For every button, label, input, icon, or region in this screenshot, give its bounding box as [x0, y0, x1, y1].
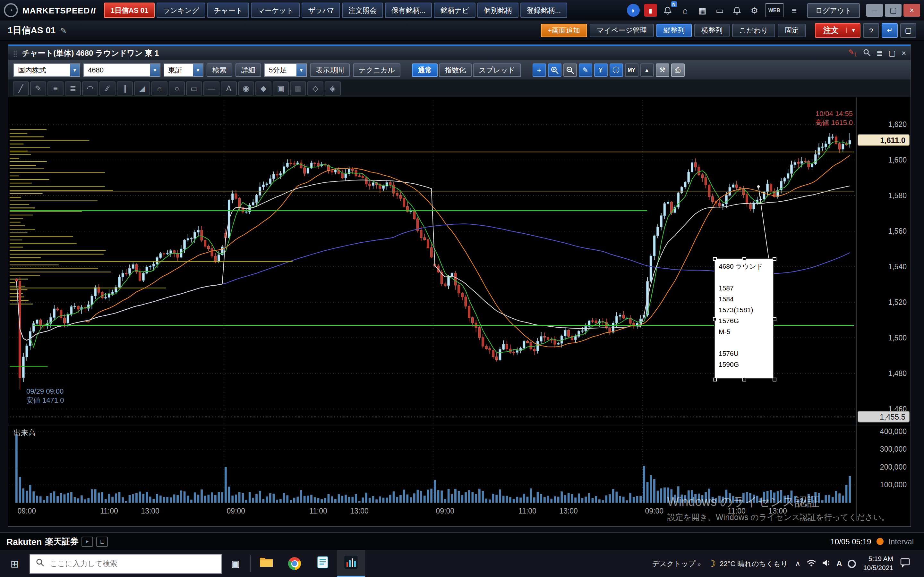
web-icon[interactable]: WEB [765, 3, 783, 17]
window-layout-icon[interactable]: ▢ [900, 23, 916, 38]
selection-handle[interactable] [713, 318, 717, 321]
parallel-lines-tool-icon[interactable]: ∕∕ [99, 81, 115, 95]
taskbar-clock[interactable]: 5:19 AM 10/5/2021 [863, 555, 893, 572]
window-restore-button[interactable]: ▢ [885, 4, 901, 17]
selection-handle[interactable] [742, 257, 746, 261]
return-icon[interactable]: ↵ [882, 23, 898, 38]
top-tab[interactable]: マーケット [251, 3, 300, 18]
subheader-button[interactable]: +画面追加 [541, 24, 587, 37]
vertical-lines-tool-icon[interactable]: ∥ [117, 81, 133, 95]
erase-all-tool-icon[interactable]: ◈ [325, 81, 341, 95]
eraser-tool-icon[interactable]: ◇ [307, 81, 323, 95]
search-input[interactable] [49, 559, 216, 568]
link-indicator-icon[interactable]: ✎1 [848, 48, 857, 58]
hlines-tool-icon[interactable]: ≡ [47, 81, 63, 95]
subheader-button[interactable]: 固定 [778, 24, 806, 37]
curve-tool-icon[interactable]: ◠ [82, 81, 98, 95]
info-icon[interactable]: ⓘ [609, 63, 623, 77]
alert-bell-icon[interactable]: N [661, 4, 674, 17]
desktop-toolbar-label[interactable]: デスクトップ» [652, 559, 701, 568]
chart-menu-icon[interactable]: ≣ [876, 49, 883, 58]
top-tab[interactable]: ザラバ7 [302, 3, 340, 18]
taskbar-search-box[interactable] [29, 554, 222, 574]
stock-code-input[interactable]: 4680▼ [83, 63, 160, 77]
detail-button[interactable]: 詳細 [236, 63, 261, 77]
subheader-button[interactable]: 縦整列 [656, 24, 692, 37]
interval-select[interactable]: 5分足▼ [264, 63, 307, 77]
settings-gear-icon[interactable]: ⚙ [748, 4, 761, 17]
yen-icon[interactable]: ¥ [594, 63, 607, 77]
subheader-button[interactable]: こだわり [732, 24, 775, 37]
window-minimize-button[interactable]: – [866, 4, 883, 17]
order-button[interactable]: 注文▼ [815, 23, 861, 38]
selection-handle[interactable] [772, 378, 776, 382]
chart-annotation-tooltip[interactable]: 4680 ラウンド 158715841573(1581)1576GM-5 157… [714, 258, 774, 379]
layers-tool-icon[interactable]: ▦ [290, 81, 306, 95]
marker-tool-icon[interactable]: ✎ [30, 81, 46, 95]
chart-maximize-icon[interactable]: ▢ [888, 49, 896, 58]
hamburger-menu-icon[interactable]: ≡ [788, 4, 800, 17]
ime-mode-icon[interactable]: A [837, 559, 842, 568]
ime-status-icon[interactable] [848, 559, 856, 568]
selection-handle[interactable] [713, 378, 717, 382]
status-expand-icon[interactable]: ▸ [81, 536, 93, 546]
mini-chart-icon[interactable]: ▲ [640, 63, 654, 77]
weather-widget[interactable]: ☽22°C 晴れのちくもり [708, 558, 788, 569]
rect-tool-icon[interactable]: ▭ [186, 81, 202, 95]
hline-tool-icon[interactable]: — [204, 81, 220, 95]
selection-handle[interactable] [713, 257, 717, 261]
news-chart-icon[interactable]: ▮ [644, 4, 657, 17]
wifi-icon[interactable] [806, 559, 816, 568]
top-tab[interactable]: 個別銘柄 [477, 3, 519, 18]
market-select[interactable]: 国内株式▼ [13, 63, 80, 77]
panel-grid-icon[interactable]: ▦ [696, 4, 709, 17]
chart-window-titlebar[interactable]: ⣿ チャート(単体) 4680 ラウンドワン 東 1 ✎1 ≣ ▢ × [8, 45, 911, 60]
draw-pencil-icon[interactable]: ✎ [578, 63, 592, 77]
polygon-tool-icon[interactable]: ⌂ [152, 81, 168, 95]
wrench-icon[interactable]: ⚒ [656, 63, 669, 77]
top-tab[interactable]: 銘柄ナビ [434, 3, 475, 18]
top-tab[interactable]: ランキング [157, 3, 206, 18]
printer-icon[interactable]: ⎙ [671, 63, 684, 77]
top-tab[interactable]: 1日信AS 01 [104, 3, 155, 18]
chart-search-icon[interactable] [863, 48, 871, 58]
top-tab[interactable]: 保有銘柄... [385, 3, 432, 18]
copy-tool-icon[interactable]: ▣ [273, 81, 289, 95]
chart-mode-button[interactable]: 通常 [412, 63, 438, 77]
top-tab[interactable]: 注文照会 [342, 3, 383, 18]
top-tab[interactable]: チャート [208, 3, 249, 18]
notification-bell-icon[interactable] [730, 4, 743, 17]
chart-mode-button[interactable]: 指数化 [439, 63, 472, 77]
market-info-icon[interactable]: ◗ [627, 4, 640, 17]
period-button[interactable]: 表示期間 [310, 63, 350, 77]
add-pane-icon[interactable]: ＋ [532, 63, 546, 77]
drag-grip-icon[interactable]: ⣿ [13, 50, 18, 57]
status-layout-icon[interactable]: ▢ [96, 536, 108, 546]
chart-mode-button[interactable]: スプレッド [473, 63, 521, 77]
logout-button[interactable]: ログアウト [807, 3, 860, 18]
help-button[interactable]: ? [863, 23, 879, 38]
taskbar-app-chrome[interactable] [280, 550, 309, 577]
subheader-button[interactable]: 横整列 [694, 24, 730, 37]
search-button[interactable]: 検索 [207, 63, 232, 77]
taskbar-app-explorer[interactable] [252, 550, 280, 577]
task-view-button[interactable]: ▣ [222, 550, 249, 577]
subheader-button[interactable]: マイページ管理 [590, 24, 654, 37]
speaker-icon[interactable] [822, 559, 830, 568]
zoom-out-icon[interactable] [563, 63, 577, 77]
taskbar-app-notepad[interactable] [309, 550, 337, 577]
notification-center-icon[interactable] [900, 558, 910, 570]
hlines-bold-tool-icon[interactable]: ≣ [65, 81, 81, 95]
pin-tool-icon[interactable]: ◆ [255, 81, 271, 95]
trend-tool-icon[interactable]: ◢ [134, 81, 150, 95]
selection-handle[interactable] [772, 257, 776, 261]
text-tool-icon[interactable]: A [221, 81, 237, 95]
top-tab[interactable]: 登録銘柄... [520, 3, 567, 18]
price-chart[interactable]: 1,6201,6001,5801,5601,5401,5201,5001,480… [8, 97, 911, 526]
home-icon[interactable]: ⌂ [678, 4, 691, 17]
selection-handle[interactable] [742, 378, 746, 382]
selection-handle[interactable] [772, 318, 776, 321]
zoom-in-icon[interactable] [548, 63, 561, 77]
exchange-select[interactable]: 東証▼ [164, 63, 204, 77]
taskbar-app-marketspeed[interactable] [337, 550, 365, 577]
